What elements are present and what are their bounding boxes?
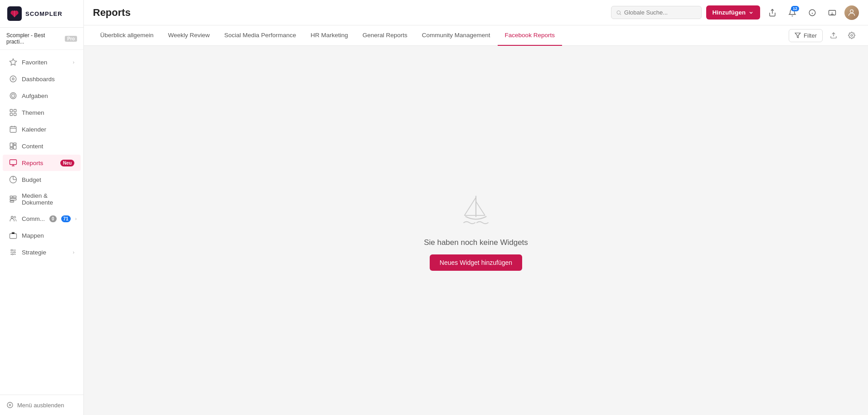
chevron-down-icon [748,10,754,15]
svg-point-34 [12,254,13,255]
circle-plus-icon [6,401,14,409]
sidebar-item-label: Favoriten [22,59,68,66]
sidebar-item-comm[interactable]: Comm... 0 71 › [3,210,81,227]
tab-bar: Überblick allgemein Weekly Review Social… [84,25,868,46]
tab-uberblick[interactable]: Überblick allgemein [93,25,161,46]
main-content: Reports Hinzufügen 12 [84,0,868,415]
svg-rect-10 [14,113,16,116]
sidebar-item-favoriten[interactable]: Favoriten › [3,54,81,70]
empty-state: Sie haben noch keine Widgets Neues Widge… [424,190,528,271]
filter-label: Filter [804,32,817,39]
tab-general[interactable]: General Reports [355,25,415,46]
svg-rect-19 [10,160,17,165]
svg-point-33 [14,252,15,253]
target-icon [9,92,17,100]
tab-hr[interactable]: HR Marketing [303,25,355,46]
svg-rect-7 [10,109,12,112]
export-button[interactable] [826,28,841,43]
settings-button[interactable] [844,28,859,43]
pro-badge: Pro [65,36,77,42]
tab-facebook[interactable]: Facebook Reports [498,25,562,46]
tab-community[interactable]: Community Management [415,25,498,46]
workspace-selector[interactable]: Scompler - Best practi... Pro [0,28,83,50]
settings-icon [848,32,855,39]
svg-rect-15 [10,143,13,146]
svg-point-3 [12,78,15,80]
global-search-box[interactable] [611,6,702,19]
chevron-right-icon: › [75,216,77,221]
svg-rect-28 [10,234,17,239]
sidebar-item-label: Strategie [22,249,68,256]
svg-rect-8 [14,109,16,112]
svg-marker-54 [795,33,800,38]
svg-point-27 [14,216,16,218]
sidebar-item-label: Kalender [22,126,74,133]
search-input[interactable] [624,9,696,16]
sidebar-item-label: Themen [22,109,74,116]
svg-line-39 [620,14,621,15]
svg-rect-25 [10,201,14,202]
info-button[interactable] [805,5,820,20]
info-icon [808,9,816,17]
sidebar-item-mappen[interactable]: Mappen [3,227,81,244]
workspace-name: Scompler - Best practi... [6,32,62,45]
svg-point-53 [850,10,853,13]
keyboard-icon [828,9,836,17]
filter-icon [795,32,801,39]
sidebar-item-themen[interactable]: Themen [3,104,81,121]
sidebar-item-aufgaben[interactable]: Aufgaben [3,88,81,104]
pie-icon [9,176,17,184]
sidebar-item-label: Medien & Dokumente [22,192,74,206]
svg-rect-9 [10,113,12,116]
add-button[interactable]: Hinzufügen [706,5,761,20]
empty-state-icon [456,190,496,231]
add-widget-button[interactable]: Neues Widget hinzufügen [430,254,522,271]
sidebar-item-dashboards[interactable]: Dashboards [3,71,81,87]
page-title: Reports [93,7,604,19]
svg-marker-1 [10,59,17,65]
sidebar-logo: SCOMPLER [0,0,83,28]
comm-badge-gray: 0 [49,215,57,222]
filter-button[interactable]: Filter [789,29,823,42]
svg-rect-23 [13,196,16,198]
sidebar-item-medien[interactable]: Medien & Dokumente [3,188,81,210]
tab-weekly[interactable]: Weekly Review [161,25,217,46]
chevron-right-icon: › [73,250,74,255]
avatar-icon [847,8,856,17]
keyboard-button[interactable] [824,5,840,20]
hide-menu-label: Menü ausblenden [17,402,64,409]
tab-bar-actions: Filter [789,28,859,43]
comm-badge-blue: 71 [61,215,71,222]
sidebar-item-content[interactable]: Content [3,138,81,154]
circle-icon [9,75,17,83]
monitor-icon [9,159,17,167]
sidebar: SCOMPLER Scompler - Best practi... Pro F… [0,0,84,415]
notification-button[interactable]: 12 [785,5,800,20]
sidebar-item-label: Mappen [22,232,74,239]
svg-point-2 [10,76,16,82]
calendar-icon [9,125,17,133]
search-icon [616,10,622,16]
svg-rect-24 [10,199,16,200]
user-avatar[interactable] [844,5,859,20]
sidebar-item-label: Aufgaben [22,93,74,99]
svg-point-38 [617,10,620,14]
tab-social[interactable]: Social Media Performance [217,25,303,46]
users-icon [9,215,17,223]
sidebar-item-label: Reports [22,160,56,166]
header-actions: Hinzufügen 12 [611,5,859,20]
hide-menu-button[interactable]: Menü ausblenden [0,395,83,415]
svg-rect-18 [10,147,13,149]
sidebar-item-reports[interactable]: Reports Neu [3,155,81,171]
chevron-right-icon: › [73,60,74,65]
sidebar-item-label: Comm... [22,215,45,222]
sliders-icon [9,248,17,256]
sidebar-item-strategie[interactable]: Strategie › [3,244,81,260]
sidebar-item-budget[interactable]: Budget [3,171,81,188]
new-badge: Neu [60,160,74,166]
svg-point-56 [851,34,853,36]
sidebar-item-kalender[interactable]: Kalender [3,121,81,137]
briefcase-icon [9,231,17,239]
share-button[interactable] [765,5,780,20]
star-icon [9,58,17,66]
